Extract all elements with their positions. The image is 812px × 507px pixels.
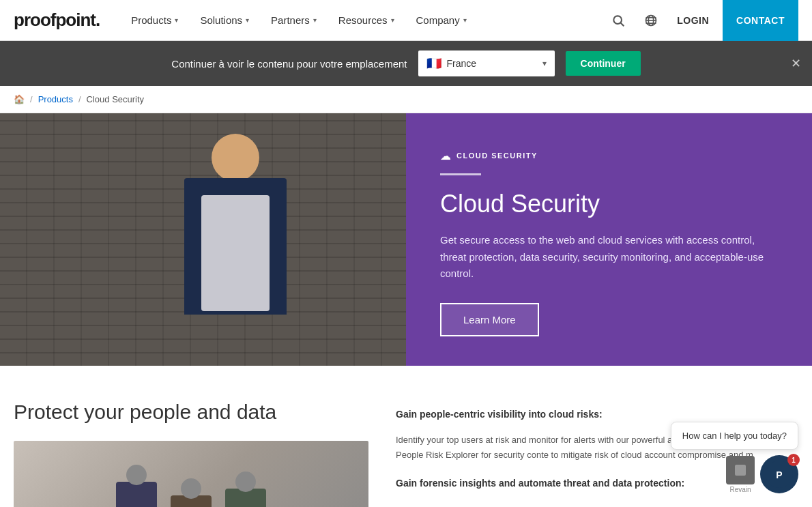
partners-chevron-icon: ▾ <box>313 16 317 24</box>
bottom-heading: Protect your people and data <box>14 400 368 424</box>
meeting-image <box>14 441 368 507</box>
products-chevron-icon: ▾ <box>175 16 178 24</box>
svg-line-1 <box>621 23 624 26</box>
risk-heading-bold: Gain people-centric visibility into clou… <box>396 409 603 420</box>
svg-point-0 <box>614 16 622 24</box>
svg-text:P: P <box>776 469 782 480</box>
hero-image <box>0 113 406 366</box>
globe-button[interactable] <box>639 8 663 33</box>
hero-section: ☁ CLOUD SECURITY Cloud Security Get secu… <box>0 113 812 366</box>
locale-bar-text: Continuer à voir le contenu pour votre e… <box>171 58 407 70</box>
flag-icon: 🇫🇷 <box>426 56 441 71</box>
breadcrumb-separator: / <box>30 94 33 104</box>
nav-right: LOGIN CONTACT <box>606 0 798 41</box>
svg-rect-7 <box>735 465 746 476</box>
chat-notification-badge: 1 <box>787 454 800 466</box>
dropdown-arrow-icon: ▾ <box>542 59 547 68</box>
figure-3 <box>225 489 266 507</box>
breadcrumb-current-page: Cloud Security <box>87 94 145 104</box>
bottom-left-panel: Protect your people and data <box>14 400 368 507</box>
learn-more-button[interactable]: Learn More <box>440 303 539 336</box>
chat-widget: How can I help you today? Revain P 1 <box>671 422 798 493</box>
breadcrumb-separator-2: / <box>78 94 81 104</box>
navbar: proofpoint. Products ▾ Solutions ▾ Partn… <box>0 0 812 41</box>
person-figure <box>150 113 328 366</box>
country-name: France <box>447 58 537 69</box>
logo[interactable]: proofpoint. <box>14 10 100 31</box>
nav-products[interactable]: Products ▾ <box>120 0 189 41</box>
figure-1 <box>116 482 157 507</box>
chat-bottom: Revain P 1 <box>726 455 798 493</box>
person-head <box>212 134 259 182</box>
solutions-chevron-icon: ▾ <box>246 16 249 24</box>
login-button[interactable]: LOGIN <box>671 15 714 26</box>
forensic-heading-bold: Gain forensic insights and automate thre… <box>396 478 684 489</box>
chat-icon-container: P 1 <box>760 455 798 493</box>
hero-title: Cloud Security <box>440 189 778 218</box>
nav-solutions[interactable]: Solutions ▾ <box>189 0 260 41</box>
nav-resources[interactable]: Resources ▾ <box>328 0 405 41</box>
hero-tag: ☁ CLOUD SECURITY <box>440 149 778 162</box>
cloud-icon: ☁ <box>440 149 451 162</box>
figure-2 <box>171 495 212 507</box>
hero-content: ☁ CLOUD SECURITY Cloud Security Get secu… <box>406 113 812 366</box>
revain-container: Revain <box>726 456 755 493</box>
revain-icon[interactable] <box>726 456 755 484</box>
hero-description: Get secure access to the web and cloud s… <box>440 232 778 283</box>
hero-divider <box>440 173 481 175</box>
breadcrumb-products-link[interactable]: Products <box>38 94 73 104</box>
locale-bar: Continuer à voir le contenu pour votre e… <box>0 41 812 86</box>
revain-label: Revain <box>729 486 751 493</box>
risk-heading: Gain people-centric visibility into clou… <box>396 407 798 422</box>
locale-select-dropdown[interactable]: 🇫🇷 France ▾ <box>418 50 555 76</box>
locale-close-button[interactable]: ✕ <box>791 57 801 70</box>
nav-links: Products ▾ Solutions ▾ Partners ▾ Resour… <box>120 0 606 41</box>
company-chevron-icon: ▾ <box>463 16 467 24</box>
nav-company[interactable]: Company ▾ <box>405 0 478 41</box>
chat-bubble: How can I help you today? <box>671 422 798 450</box>
breadcrumb-home-icon[interactable]: 🏠 <box>14 94 25 104</box>
hero-tag-text: CLOUD SECURITY <box>456 151 538 160</box>
continuer-button[interactable]: Continuer <box>566 51 641 76</box>
search-button[interactable] <box>606 8 630 33</box>
meeting-figures <box>14 441 368 507</box>
person-shirt <box>201 195 270 311</box>
nav-partners[interactable]: Partners ▾ <box>260 0 328 41</box>
resources-chevron-icon: ▾ <box>391 16 394 24</box>
contact-button[interactable]: CONTACT <box>723 0 798 41</box>
breadcrumb: 🏠 / Products / Cloud Security <box>0 86 812 113</box>
logo-text: proofpoint. <box>14 10 100 30</box>
